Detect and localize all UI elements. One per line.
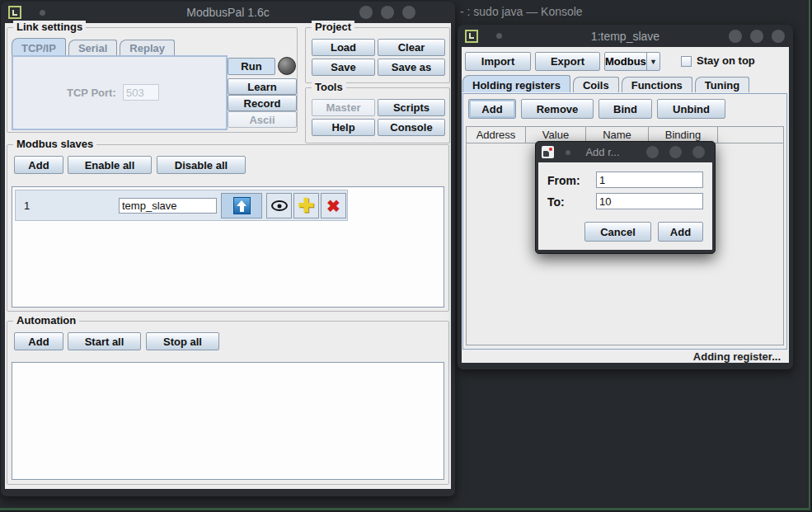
slave-delete-button[interactable]: ✖ [321, 193, 346, 218]
enable-all-button[interactable]: Enable all [68, 156, 152, 174]
minimize-button[interactable] [646, 146, 659, 158]
run-status-led [278, 57, 296, 75]
clear-button[interactable]: Clear [378, 39, 445, 56]
mode-combobox[interactable]: Modbus ▼ [604, 52, 660, 71]
save-button[interactable]: Save [312, 59, 375, 76]
titlebar-dot-icon [40, 10, 45, 16]
close-button[interactable] [402, 6, 415, 19]
minimize-button[interactable] [729, 30, 742, 43]
register-unbind-button[interactable]: Unbind [657, 99, 725, 119]
tools-group: Tools Master Scripts Help Console [305, 87, 450, 143]
maximize-button[interactable] [669, 146, 682, 158]
slave-enable-toggle[interactable] [221, 193, 262, 218]
tab-holding-registers[interactable]: Holding registers [462, 75, 570, 92]
add-registers-dialog: Add r... From: To: Cancel Add [535, 141, 716, 254]
close-button[interactable] [692, 146, 705, 158]
titlebar-dot-icon [496, 33, 502, 39]
dialog-titlebar: Add r... [536, 142, 715, 162]
register-add-button[interactable]: Add [468, 99, 516, 119]
eye-icon [271, 200, 288, 211]
slave-add-button[interactable]: Add [14, 156, 63, 174]
enabled-arrow-icon [233, 197, 251, 214]
from-field[interactable] [596, 171, 703, 188]
to-field[interactable] [596, 193, 703, 209]
tcp-port-label: TCP Port: [67, 87, 116, 99]
scripts-button[interactable]: Scripts [378, 99, 445, 116]
run-button[interactable]: Run [228, 58, 275, 75]
close-button[interactable] [772, 30, 785, 43]
tab-tuning[interactable]: Tuning [695, 77, 749, 92]
save-as-button[interactable]: Save as [378, 59, 445, 76]
ascii-button: Ascii [228, 111, 297, 128]
tools-title: Tools [312, 81, 346, 93]
header-filler [718, 127, 783, 143]
status-message: Adding register... [693, 350, 781, 363]
modbus-slaves-title: Modbus slaves [13, 138, 96, 150]
link-settings-title: Link settings [13, 21, 86, 33]
to-label: To: [547, 195, 565, 209]
link-tabs: TCP/IP Serial Replay [12, 38, 177, 55]
mode-combobox-value: Modbus [605, 53, 646, 70]
slave-view-button[interactable] [266, 193, 292, 218]
master-button: Master [312, 99, 375, 116]
project-group: Project Load Clear Save Save as [305, 27, 450, 83]
start-all-button[interactable]: Start all [68, 332, 141, 350]
tab-coils[interactable]: Coils [573, 77, 619, 92]
tab-functions[interactable]: Functions [622, 77, 692, 92]
automation-add-button[interactable]: Add [14, 332, 63, 350]
from-label: From: [547, 174, 580, 187]
stop-all-button[interactable]: Stop all [146, 332, 219, 350]
titlebar-dot-icon [566, 150, 570, 155]
modbuspal-body: Link settings TCP/IP Serial Replay TCP P… [5, 23, 451, 489]
slave-id: 1 [24, 200, 30, 212]
slave-list: 1 ✚ ✖ [12, 186, 444, 308]
disable-all-button[interactable]: Disable all [157, 156, 246, 174]
register-bind-button[interactable]: Bind [598, 99, 652, 119]
export-button[interactable]: Export [535, 52, 600, 71]
chevron-down-icon: ▼ [646, 53, 659, 70]
automation-list [12, 362, 444, 480]
tab-serial[interactable]: Serial [68, 40, 117, 55]
maximize-button[interactable] [750, 30, 763, 43]
slave-row: 1 ✚ ✖ [15, 190, 348, 221]
konsole-window-title: - : sudo java — Konsole [460, 5, 583, 18]
java-app-icon [8, 6, 21, 19]
register-tabs: Holding registers Coils Functions Tuning [462, 75, 752, 92]
dialog-cancel-button[interactable]: Cancel [584, 222, 651, 242]
register-remove-button[interactable]: Remove [521, 99, 594, 119]
tab-replay[interactable]: Replay [120, 40, 175, 55]
maximize-button[interactable] [381, 6, 394, 19]
record-button[interactable]: Record [228, 95, 297, 111]
link-settings-group: Link settings TCP/IP Serial Replay TCP P… [7, 27, 298, 133]
learn-button[interactable]: Learn [228, 78, 297, 95]
help-button[interactable]: Help [312, 119, 375, 136]
modbuspal-window: ModbusPal 1.6c Link settings TCP/IP Seri… [1, 2, 455, 496]
slave-duplicate-button[interactable]: ✚ [293, 193, 319, 218]
modbus-slaves-group: Modbus slaves Add Enable all Disable all… [7, 144, 449, 312]
minimize-button[interactable] [359, 6, 373, 19]
automation-group: Automation Add Start all Stop all [7, 321, 449, 485]
plus-icon: ✚ [298, 196, 314, 215]
tcpip-panel: TCP Port: [12, 55, 228, 130]
automation-title: Automation [13, 314, 79, 326]
stay-on-top-checkbox[interactable] [681, 56, 692, 67]
slave-editor-titlebar: 1:temp_slave [458, 25, 793, 47]
stay-on-top-label: Stay on top [697, 54, 755, 67]
java-duke-icon [542, 146, 554, 158]
dialog-body: From: To: Cancel Add [538, 162, 712, 250]
tab-tcpip[interactable]: TCP/IP [12, 38, 66, 55]
tcp-port-field [123, 84, 159, 101]
slave-name-field[interactable] [119, 198, 217, 214]
dialog-add-button[interactable]: Add [658, 222, 703, 242]
import-button[interactable]: Import [465, 52, 531, 71]
header-address: Address [467, 127, 526, 143]
load-button[interactable]: Load [312, 39, 375, 56]
console-button[interactable]: Console [378, 119, 445, 136]
java-app-icon [465, 30, 478, 43]
project-title: Project [312, 21, 354, 33]
delete-x-icon: ✖ [326, 198, 340, 214]
